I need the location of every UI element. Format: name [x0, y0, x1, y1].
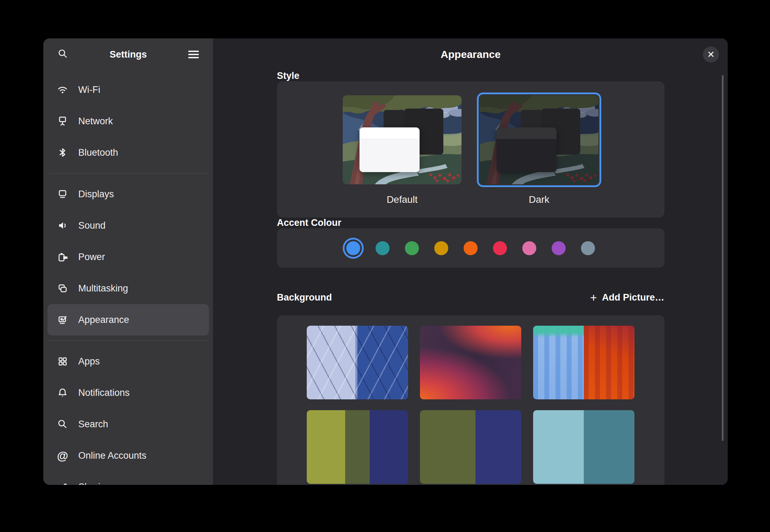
- sidebar-item-label: Bluetooth: [78, 147, 118, 158]
- accent-card: [277, 228, 664, 268]
- display-edit-icon: [56, 313, 69, 326]
- wallpaper-thumb-green-field[interactable]: [307, 410, 408, 484]
- style-default-preview: [343, 95, 462, 184]
- sidebar-item-displays[interactable]: Displays: [48, 178, 209, 210]
- sidebar-item-label: Sharing: [78, 482, 111, 485]
- hamburger-menu-icon: [188, 51, 199, 58]
- sidebar-divider: [48, 173, 208, 173]
- background-heading: Background: [277, 292, 332, 303]
- accent-dot-blue[interactable]: [346, 241, 360, 255]
- accent-dot-pink[interactable]: [522, 241, 536, 255]
- grid-icon: [56, 355, 69, 368]
- sidebar-item-online-accounts[interactable]: @ Online Accounts: [48, 440, 209, 471]
- sidebar-item-apps[interactable]: Apps: [48, 346, 209, 377]
- sidebar-item-search[interactable]: Search: [48, 408, 209, 440]
- style-heading: Style: [277, 71, 664, 81]
- sidebar-item-power[interactable]: Power: [48, 241, 209, 273]
- wallpaper-thumb-olive-night[interactable]: [420, 410, 521, 484]
- wallpaper-thumb-red-purple-waves[interactable]: [420, 326, 521, 399]
- sidebar-item-label: Online Accounts: [78, 450, 146, 461]
- battery-icon: [56, 250, 69, 264]
- accent-dot-slate[interactable]: [581, 241, 595, 255]
- preview-front-window-dark: [496, 127, 557, 172]
- style-option-default[interactable]: Default: [340, 93, 464, 217]
- accent-dot-green[interactable]: [405, 241, 419, 255]
- background-card: [277, 315, 664, 485]
- sidebar-item-label: Appearance: [78, 315, 129, 325]
- vertical-scrollbar[interactable]: [722, 75, 724, 441]
- wallpaper-row: [277, 410, 664, 484]
- search-icon: [57, 48, 69, 61]
- windows-overlap-icon: [56, 282, 69, 295]
- share-icon: [56, 480, 69, 485]
- accent-dot-orange[interactable]: [464, 241, 478, 255]
- accent-heading: Accent Colour: [277, 217, 664, 228]
- style-card: Default: [277, 81, 664, 217]
- wallpaper-thumb-blue-orange-drips[interactable]: [533, 326, 634, 399]
- network-icon: [56, 114, 69, 128]
- sidebar-divider: [48, 340, 208, 341]
- style-option-label: Default: [387, 194, 418, 205]
- wallpaper-thumb-teal-coast[interactable]: [533, 410, 634, 484]
- bluetooth-icon: [56, 146, 69, 159]
- add-picture-button[interactable]: + Add Picture…: [590, 291, 664, 303]
- close-icon: ✕: [707, 50, 715, 59]
- sidebar-item-network[interactable]: Network: [48, 105, 209, 137]
- main-content: Style D: [213, 71, 728, 485]
- accent-dot-purple[interactable]: [552, 241, 566, 255]
- wifi-icon: [56, 83, 69, 96]
- main-menu-button[interactable]: [186, 47, 201, 62]
- sidebar-item-multitasking[interactable]: Multitasking: [48, 273, 209, 304]
- search-icon: [56, 418, 69, 431]
- display-icon: [56, 187, 69, 201]
- sidebar-item-sharing[interactable]: Sharing: [48, 471, 209, 485]
- sidebar-item-wifi[interactable]: Wi-Fi: [48, 74, 209, 105]
- sidebar-item-appearance[interactable]: Appearance: [48, 304, 209, 335]
- sidebar-item-label: Multitasking: [78, 283, 128, 294]
- sidebar-item-label: Network: [78, 116, 113, 127]
- speaker-icon: [56, 219, 69, 232]
- style-option-label: Dark: [529, 194, 549, 205]
- sidebar-item-bluetooth[interactable]: Bluetooth: [48, 137, 209, 168]
- style-default-frame: [340, 93, 464, 187]
- sidebar-list: Wi-Fi Network Bluetooth Display: [43, 71, 213, 485]
- style-option-dark[interactable]: Dark: [477, 93, 601, 217]
- page-title: Appearance: [441, 49, 501, 60]
- sidebar-item-label: Notifications: [78, 387, 130, 398]
- accent-dot-yellow[interactable]: [434, 241, 448, 255]
- wallpaper-thumb-blue-diamonds[interactable]: [307, 326, 408, 399]
- style-dark-frame: [477, 93, 601, 187]
- plus-icon: +: [590, 291, 597, 303]
- accent-dot-teal[interactable]: [376, 241, 390, 255]
- bell-icon: [56, 386, 69, 399]
- settings-window: Settings Wi-Fi Network: [43, 38, 728, 485]
- close-button[interactable]: ✕: [703, 46, 719, 62]
- style-dark-preview: [480, 95, 598, 184]
- sidebar-item-label: Search: [78, 419, 108, 430]
- sidebar-item-sound[interactable]: Sound: [48, 210, 209, 241]
- sidebar-item-label: Displays: [78, 189, 114, 200]
- sidebar-item-notifications[interactable]: Notifications: [48, 377, 209, 408]
- search-button[interactable]: [55, 47, 71, 62]
- sidebar: Settings Wi-Fi Network: [43, 38, 213, 485]
- at-icon: @: [56, 449, 69, 462]
- wallpaper-row: [277, 326, 664, 399]
- sidebar-title: Settings: [71, 49, 186, 60]
- preview-front-window-light: [359, 127, 420, 172]
- sidebar-item-label: Apps: [78, 356, 100, 367]
- main-panel: Appearance ✕ Style: [213, 38, 728, 485]
- accent-dot-red[interactable]: [493, 241, 507, 255]
- sidebar-item-label: Sound: [78, 220, 106, 231]
- main-header: Appearance ✕: [213, 38, 728, 71]
- sidebar-item-label: Wi-Fi: [78, 84, 100, 95]
- add-picture-label: Add Picture…: [602, 292, 664, 303]
- sidebar-header: Settings: [43, 38, 213, 71]
- sidebar-item-label: Power: [78, 252, 105, 263]
